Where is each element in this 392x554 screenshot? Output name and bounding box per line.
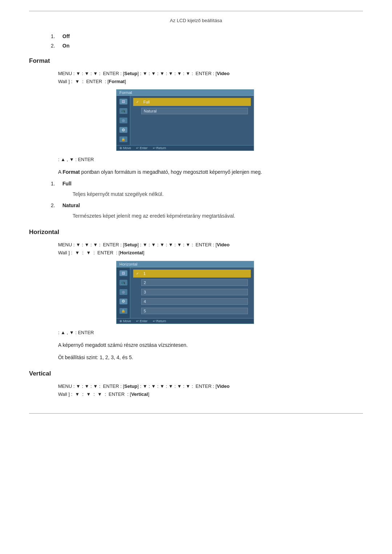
list-item-off: 1. Off: [51, 33, 363, 39]
footer-enter: ↵ Enter: [136, 146, 148, 150]
lock-icon-h: 🔒: [119, 308, 127, 314]
horizontal-heading: Horizontal: [29, 229, 363, 236]
vertical-heading: Vertical: [29, 370, 363, 377]
horizontal-nav-hint: : ▲ , ▼ : ENTER: [58, 330, 363, 335]
format-item-natural: Natural: [133, 107, 251, 115]
horizontal-item-3: 3: [133, 288, 251, 296]
format-description: A Format pontban olyan formátum is megad…: [58, 168, 363, 176]
picture-icon: 📺: [119, 108, 127, 114]
picture-icon-h: 📺: [119, 280, 127, 286]
bottom-border: [29, 413, 363, 414]
horizontal-description1: A képernyő megadott számú részre osztása…: [58, 341, 363, 349]
gear-icon: ⚙: [119, 127, 127, 133]
format-subitem-full: 1. Full: [51, 181, 363, 186]
horizontal-osd-body: 🖼 📺 ◎ ⚙ 🔒 ✓ 1 2: [117, 267, 254, 318]
circle-icon: ◎: [119, 118, 127, 123]
format-menu-path: MENU : ▼ : ▼ : ▼ : ENTER : [Setup] : ▼ :…: [58, 70, 363, 86]
footer-return: ↩ Return: [153, 146, 166, 150]
format-osd-content: ✓ Full Natural: [130, 96, 254, 145]
h-footer-move: ⊕ Move: [119, 319, 131, 323]
horizontal-item-1: ✓ 1: [133, 270, 251, 278]
format-heading: Format: [29, 57, 363, 65]
list-item-on: 2. On: [51, 43, 363, 49]
circle-icon-h: ◎: [119, 289, 127, 295]
page-container: Az LCD kijelző beállítása 1. Off 2. On F…: [0, 0, 392, 554]
image-icon-h: 🖼: [119, 270, 127, 276]
footer-move: ⊕ Move: [119, 146, 131, 150]
horizontal-item-2: 2: [133, 278, 251, 287]
gear-icon-h: ⚙: [119, 299, 127, 304]
horizontal-osd-title: Horizontal: [117, 261, 254, 267]
format-osd-footer: ⊕ Move ↵ Enter ↩ Return: [117, 145, 254, 151]
horizontal-menu-path: MENU : ▼ : ▼ : ▼ : ENTER : [Setup] : ▼ :…: [58, 241, 363, 257]
horizontal-osd-screen: Horizontal 🖼 📺 ◎ ⚙ 🔒 ✓ 1 2: [116, 261, 254, 324]
format-item-full: ✓ Full: [133, 98, 251, 106]
format-nav-hint: : ▲ , ▼ : ENTER: [58, 157, 363, 162]
horizontal-description2: Öt beállítási szint: 1, 2, 3, 4, és 5.: [58, 353, 363, 361]
format-osd-sidebar: 🖼 📺 ◎ ⚙ 🔒: [117, 96, 130, 145]
page-header: Az LCD kijelző beállítása: [29, 18, 363, 23]
image-icon: 🖼: [119, 99, 127, 104]
horizontal-osd-sidebar: 🖼 📺 ◎ ⚙ 🔒: [117, 267, 130, 318]
h-footer-enter: ↵ Enter: [136, 319, 148, 323]
top-border: [29, 11, 363, 11]
format-subitem-natural-desc: Természetes képet jelenít meg az eredeti…: [73, 212, 363, 220]
vertical-menu-path: MENU : ▼ : ▼ : ▼ : ENTER : [Setup] : ▼ :…: [58, 382, 363, 398]
format-subitem-natural: 2. Natural: [51, 202, 363, 208]
format-osd-body: 🖼 📺 ◎ ⚙ 🔒 ✓ Full Natural: [117, 96, 254, 145]
horizontal-osd-content: ✓ 1 2 3 4: [130, 267, 254, 318]
format-osd-container: Format 🖼 📺 ◎ ⚙ 🔒 ✓ Full Natura: [116, 89, 269, 151]
h-footer-return: ↩ Return: [153, 319, 166, 323]
format-osd-screen: Format 🖼 📺 ◎ ⚙ 🔒 ✓ Full Natura: [116, 89, 254, 151]
format-subitem-full-desc: Teljes képernyőt mutat szegélyek nélkül.: [73, 190, 363, 198]
lock-icon: 🔒: [119, 136, 127, 142]
horizontal-item-5: 5: [133, 307, 251, 315]
horizontal-item-4: 4: [133, 297, 251, 306]
horizontal-osd-container: Horizontal 🖼 📺 ◎ ⚙ 🔒 ✓ 1 2: [116, 261, 269, 324]
format-osd-title: Format: [117, 90, 254, 96]
horizontal-osd-footer: ⊕ Move ↵ Enter ↩ Return: [117, 318, 254, 324]
